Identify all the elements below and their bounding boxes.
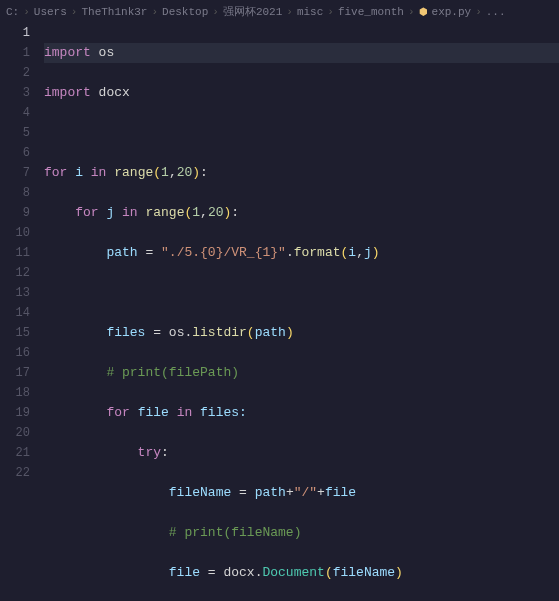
python-icon: ⬢	[419, 6, 428, 18]
code-line: for file in files:	[44, 403, 559, 423]
breadcrumb-file[interactable]: exp.py	[432, 6, 472, 18]
breadcrumb-trail: ...	[486, 6, 506, 18]
chevron-right-icon: ›	[71, 6, 78, 18]
line-number: 16	[0, 343, 30, 363]
code-line: path = "./5.{0}/VR_{1}".format(i,j)	[44, 243, 559, 263]
code-line: import os	[44, 43, 559, 63]
line-number: 6	[0, 143, 30, 163]
breadcrumb-part[interactable]: TheTh1nk3r	[81, 6, 147, 18]
line-number: 5	[0, 123, 30, 143]
code-area[interactable]: import os import docx for i in range(1,2…	[44, 23, 559, 601]
line-number: 8	[0, 183, 30, 203]
line-number: 21	[0, 443, 30, 463]
chevron-right-icon: ›	[408, 6, 415, 18]
breadcrumb-part[interactable]: Desktop	[162, 6, 208, 18]
breadcrumb-part[interactable]: C:	[6, 6, 19, 18]
chevron-right-icon: ›	[23, 6, 30, 18]
breadcrumb-part[interactable]: five_month	[338, 6, 404, 18]
chevron-right-icon: ›	[327, 6, 334, 18]
breadcrumb-part[interactable]: 强网杯2021	[223, 4, 282, 19]
line-number-gutter: 1 1 2 3 4 5 6 7 8 9 10 11 12 13 14 15 16…	[0, 23, 44, 601]
code-line: try:	[44, 443, 559, 463]
code-line	[44, 283, 559, 303]
line-number: 19	[0, 403, 30, 423]
line-number: 14	[0, 303, 30, 323]
line-number: 11	[0, 243, 30, 263]
line-number: 9	[0, 203, 30, 223]
line-number: 1	[0, 43, 30, 63]
line-number: 12	[0, 263, 30, 283]
line-number: 22	[0, 463, 30, 483]
line-number: 18	[0, 383, 30, 403]
line-number: 4	[0, 103, 30, 123]
code-editor[interactable]: 1 1 2 3 4 5 6 7 8 9 10 11 12 13 14 15 16…	[0, 23, 559, 601]
code-line: for i in range(1,20):	[44, 163, 559, 183]
code-line: # print(fileName)	[44, 523, 559, 543]
line-number: 15	[0, 323, 30, 343]
line-number: 10	[0, 223, 30, 243]
breadcrumb-part[interactable]: Users	[34, 6, 67, 18]
code-line	[44, 123, 559, 143]
line-number: 20	[0, 423, 30, 443]
code-line: file = docx.Document(fileName)	[44, 563, 559, 583]
code-line: import docx	[44, 83, 559, 103]
code-line: fileName = path+"/"+file	[44, 483, 559, 503]
code-line: # print(filePath)	[44, 363, 559, 383]
code-line: files = os.listdir(path)	[44, 323, 559, 343]
line-number-current: 1	[0, 23, 30, 43]
line-number: 2	[0, 63, 30, 83]
breadcrumb-part[interactable]: misc	[297, 6, 323, 18]
breadcrumb[interactable]: C:› Users› TheTh1nk3r› Desktop› 强网杯2021›…	[0, 0, 559, 23]
chevron-right-icon: ›	[212, 6, 219, 18]
line-number: 7	[0, 163, 30, 183]
chevron-right-icon: ›	[151, 6, 158, 18]
line-number: 3	[0, 83, 30, 103]
chevron-right-icon: ›	[286, 6, 293, 18]
code-line: for j in range(1,20):	[44, 203, 559, 223]
line-number: 13	[0, 283, 30, 303]
line-number: 17	[0, 363, 30, 383]
chevron-right-icon: ›	[475, 6, 482, 18]
